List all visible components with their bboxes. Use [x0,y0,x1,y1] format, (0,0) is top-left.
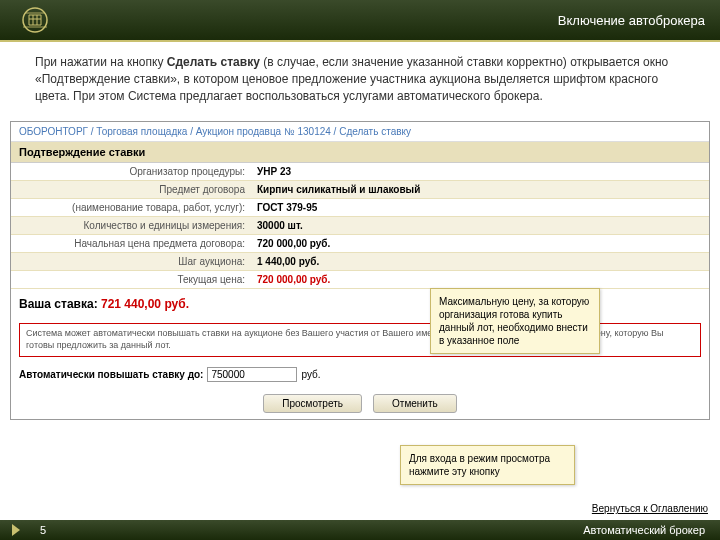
your-bid-label: Ваша ставка: [19,297,98,311]
label-qty: Количество и единицы измерения: [11,218,251,233]
value-qty: 30000 шт. [251,218,309,233]
auto-raise-unit: руб. [301,369,320,380]
panel-title: Подтверждение ставки [11,142,709,163]
play-icon [12,524,20,536]
footer-section: Автоматический брокер [583,524,705,536]
slide-footer: 5 Автоматический брокер [0,520,720,540]
your-bid-row: Ваша ставка: 721 440,00 руб. [11,289,709,319]
label-start-price: Начальная цена предмета договора: [11,236,251,251]
value-goods: ГОСТ 379-95 [251,200,323,215]
svg-point-0 [23,8,47,32]
app-screenshot: ОБОРОНТОРГ / Торговая площадка / Аукцион… [10,121,710,419]
label-subject: Предмет договора [11,182,251,197]
auto-raise-input[interactable] [207,367,297,382]
back-to-toc-link[interactable]: Вернуться к Оглавлению [592,503,708,514]
label-goods: (наименование товара, работ, услуг): [11,200,251,215]
callout-view-mode: Для входа в режим просмотра нажмите эту … [400,445,575,485]
callout-max-price: Максимальную цену, за которую организаци… [430,288,600,354]
button-row: Просмотреть Отменить [11,388,709,419]
cancel-button[interactable]: Отменить [373,394,457,413]
auto-raise-row: Автоматически повышать ставку до: руб. [11,361,709,388]
page-number: 5 [40,524,46,536]
value-current: 720 000,00 руб. [251,272,336,287]
header-title: Включение автоброкера [558,13,705,28]
auto-raise-label: Автоматически повышать ставку до: [19,369,203,380]
slide-header: Включение автоброкера [0,0,720,40]
label-current: Текущая цена: [11,272,251,287]
value-subject: Кирпич силикатный и шлаковый [251,182,426,197]
your-bid-amount: 721 440,00 руб. [101,297,189,311]
view-button[interactable]: Просмотреть [263,394,362,413]
label-organizer: Организатор процедуры: [11,164,251,179]
label-step: Шаг аукциона: [11,254,251,269]
value-step: 1 440,00 руб. [251,254,325,269]
value-start-price: 720 000,00 руб. [251,236,336,251]
logo-emblem [15,5,55,35]
value-organizer: УНР 23 [251,164,297,179]
form-grid: Организатор процедуры:УНР 23 Предмет дог… [11,163,709,289]
intro-text: При нажатии на кнопку Сделать ставку (в … [0,42,720,116]
breadcrumb[interactable]: ОБОРОНТОРГ / Торговая площадка / Аукцион… [11,122,709,142]
